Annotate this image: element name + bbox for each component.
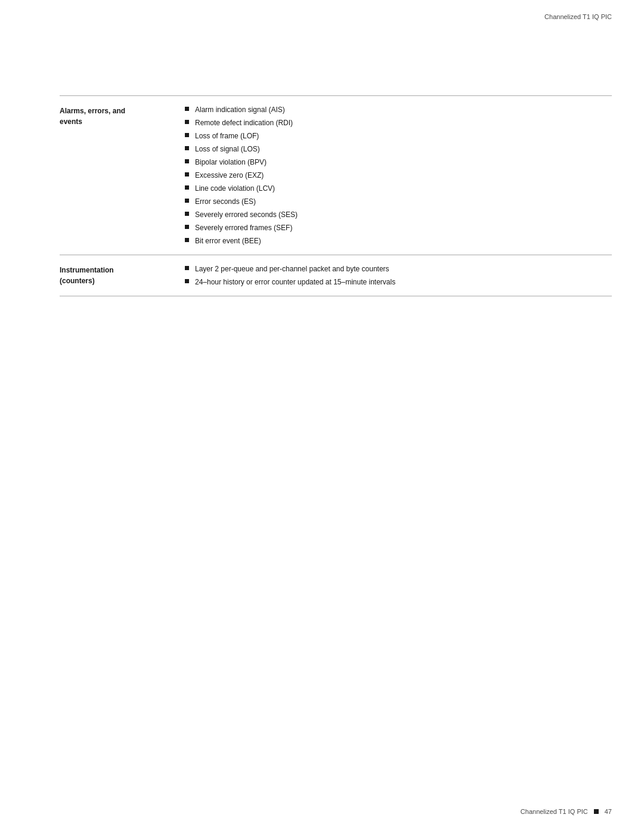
footer-separator-icon — [594, 809, 599, 814]
list-item: Severely errored frames (SEF) — [185, 222, 612, 233]
bullet-icon — [185, 185, 189, 190]
page-number: 47 — [605, 808, 612, 815]
list-item: Error seconds (ES) — [185, 196, 612, 207]
list-item: Bipolar violation (BPV) — [185, 157, 612, 168]
list-item: 24–hour history or error counter updated… — [185, 277, 612, 287]
bullet-icon — [185, 133, 189, 137]
footer-title: Channelized T1 IQ PIC — [521, 808, 588, 815]
list-item: Severely errored seconds (SES) — [185, 209, 612, 220]
list-item: Bit error event (BEE) — [185, 236, 612, 246]
page-header-title: Channelized T1 IQ PIC — [544, 13, 612, 20]
list-item: Loss of signal (LOS) — [185, 144, 612, 154]
list-item: Layer 2 per-queue and per-channel packet… — [185, 264, 612, 274]
bullet-icon — [185, 146, 189, 150]
bullet-icon — [185, 225, 189, 229]
alarms-list: Alarm indication signal (AIS) Remote def… — [185, 104, 612, 246]
list-item: Remote defect indication (RDI) — [185, 117, 612, 128]
bullet-icon — [185, 266, 189, 270]
bullet-icon — [185, 159, 189, 163]
alarms-label: Alarms, errors, and events — [60, 104, 179, 246]
instrumentation-list: Layer 2 per-queue and per-channel packet… — [185, 264, 612, 287]
bullet-icon — [185, 279, 189, 283]
list-item: Alarm indication signal (AIS) — [185, 104, 612, 115]
bullet-icon — [185, 199, 189, 203]
table-row-instrumentation: Instrumentation (counters) Layer 2 per-q… — [60, 255, 612, 296]
instrumentation-content: Layer 2 per-queue and per-channel packet… — [179, 264, 612, 287]
alarms-content: Alarm indication signal (AIS) Remote def… — [179, 104, 612, 246]
list-item: Line code violation (LCV) — [185, 183, 612, 194]
list-item: Excessive zero (EXZ) — [185, 170, 612, 181]
list-item: Loss of frame (LOF) — [185, 131, 612, 141]
bullet-icon — [185, 212, 189, 216]
bullet-icon — [185, 238, 189, 242]
bullet-icon — [185, 172, 189, 176]
bullet-icon — [185, 107, 189, 111]
bullet-icon — [185, 120, 189, 124]
feature-table: Alarms, errors, and events Alarm indicat… — [60, 95, 612, 296]
page-footer: Channelized T1 IQ PIC 47 — [521, 808, 612, 815]
table-row-alarms: Alarms, errors, and events Alarm indicat… — [60, 96, 612, 255]
main-content: Alarms, errors, and events Alarm indicat… — [60, 95, 612, 296]
instrumentation-label: Instrumentation (counters) — [60, 264, 179, 287]
